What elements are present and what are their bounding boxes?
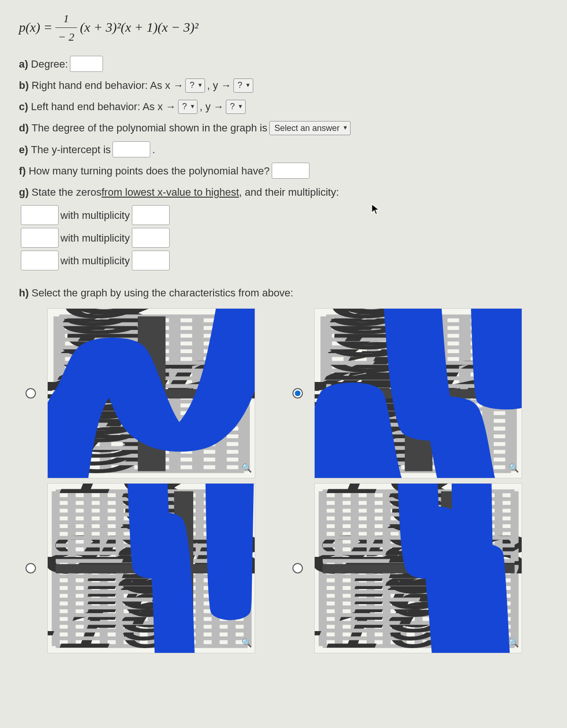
- with2: with multiplicity: [60, 230, 130, 246]
- chevron-down-icon: ▼: [245, 81, 251, 90]
- text-b: Right hand end behavior: As x →: [32, 77, 184, 94]
- text-a: Degree:: [31, 56, 68, 72]
- label-a: a): [19, 56, 28, 72]
- zoom-icon[interactable]: 🔍: [241, 636, 252, 650]
- graph-radio-2[interactable]: [292, 388, 303, 399]
- yint-input[interactable]: [112, 141, 150, 157]
- c-y-select[interactable]: ? ▼: [226, 100, 246, 114]
- chevron-down-icon: ▼: [197, 81, 203, 90]
- formula-rhs: (x + 3)²(x + 1)(x − 3)²: [80, 17, 198, 38]
- b-y-select[interactable]: ? ▼: [233, 78, 253, 93]
- formula-lhs: p(x) =: [19, 17, 52, 38]
- label-h: h): [19, 285, 29, 301]
- with1: with multiplicity: [60, 207, 130, 224]
- g-post: , and their multiplicity:: [239, 184, 339, 200]
- text-e: The y-intercept is: [31, 141, 111, 158]
- mult3-input[interactable]: [132, 251, 170, 270]
- graph-1[interactable]: -4-3-2-11234-10-9-8-7-6-5-4-3-2-11234567…: [47, 308, 255, 478]
- mult2-input[interactable]: [132, 228, 170, 248]
- graph-radio-3[interactable]: [26, 563, 36, 573]
- d-select[interactable]: Select an answer ▼: [269, 121, 351, 135]
- text-c: Left hand end behavior: As x →: [31, 98, 176, 115]
- graph-2[interactable]: -4-3-2-11234-10-9-8-7-6-5-4-3-2-11234567…: [314, 308, 522, 478]
- text-h: Select the graph by using the characteri…: [32, 285, 293, 301]
- graph-radio-4[interactable]: [292, 563, 303, 573]
- label-d: d): [19, 120, 29, 136]
- graph-4[interactable]: -8-7-6-5-4-3-2-11234-10-9-8-7-6-5-4-3-2-…: [314, 483, 522, 653]
- label-f: f): [19, 163, 26, 179]
- denominator: − 2: [55, 28, 77, 46]
- g-pre: State the zeros: [32, 184, 102, 200]
- chevron-down-icon: ▼: [190, 102, 196, 111]
- fraction: 1 − 2: [55, 9, 77, 46]
- zero3-input[interactable]: [21, 251, 59, 270]
- zero1-input[interactable]: [21, 205, 59, 225]
- chevron-down-icon: ▼: [238, 102, 243, 111]
- zero2-input[interactable]: [21, 228, 59, 248]
- numerator: 1: [55, 9, 77, 28]
- with3: with multiplicity: [60, 252, 130, 269]
- text-f: How many turning points does the polynom…: [29, 163, 270, 179]
- zoom-icon[interactable]: 🔍: [241, 461, 252, 475]
- period-e: .: [152, 141, 155, 158]
- sep-b: , y →: [207, 77, 231, 94]
- sep-c: , y →: [199, 98, 223, 115]
- graph-3[interactable]: -8-7-6-5-4-3-2-11234-10-9-8-7-6-5-4-3-2-…: [47, 483, 255, 653]
- label-g: g): [19, 184, 29, 200]
- mult1-input[interactable]: [132, 205, 170, 225]
- zoom-icon[interactable]: 🔍: [508, 461, 519, 475]
- graph-radio-1[interactable]: [26, 388, 36, 399]
- chevron-down-icon: ▼: [343, 123, 348, 132]
- text-d: The degree of the polynomial shown in th…: [32, 120, 267, 136]
- label-b: b): [19, 77, 29, 94]
- label-c: c): [19, 98, 28, 115]
- b-x-select[interactable]: ? ▼: [185, 78, 205, 93]
- degree-input[interactable]: [70, 56, 103, 72]
- zoom-icon[interactable]: 🔍: [508, 636, 519, 650]
- svg-text:10: 10: [48, 309, 148, 329]
- tp-input[interactable]: [272, 163, 309, 179]
- g-mid: from lowest x-value to highest: [102, 184, 239, 200]
- c-x-select[interactable]: ? ▼: [178, 100, 198, 114]
- cursor-icon: [371, 203, 380, 216]
- label-e: e): [19, 141, 28, 158]
